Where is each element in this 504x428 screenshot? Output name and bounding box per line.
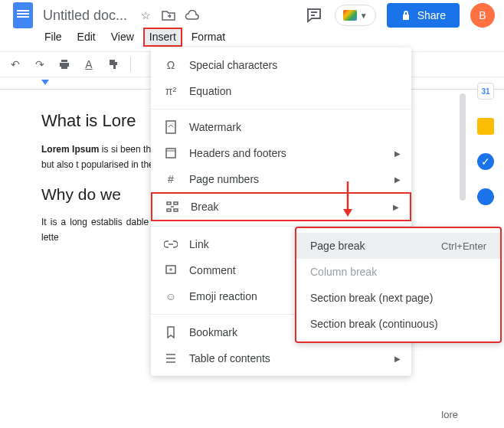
shortcut-label: Ctrl+Enter	[441, 240, 486, 252]
menu-insert[interactable]: Insert	[143, 28, 182, 47]
tasks-icon[interactable]: ✓	[477, 153, 494, 170]
keep-icon[interactable]	[477, 118, 494, 135]
menu-item-equation[interactable]: π² Equation	[151, 78, 411, 104]
scroll-thumb[interactable]	[460, 93, 466, 201]
toc-icon	[163, 351, 178, 366]
svg-rect-0	[166, 121, 175, 133]
share-button[interactable]: Share	[387, 3, 460, 28]
emoji-icon: ☺	[163, 289, 178, 304]
submenu-column-break: Column break	[296, 259, 500, 285]
paint-format-icon[interactable]	[106, 57, 121, 72]
redo-icon[interactable]: ↷	[32, 57, 47, 72]
submenu-section-continuous[interactable]: Section break (continuous)	[296, 311, 500, 337]
headers-icon	[163, 145, 178, 161]
pi-icon: π²	[163, 83, 178, 99]
menu-item-special-characters[interactable]: Ω Special characters	[151, 52, 411, 78]
menu-item-headers-footers[interactable]: Headers and footers ▶	[151, 140, 411, 166]
chevron-right-icon: ▶	[394, 175, 401, 184]
menu-edit[interactable]: Edit	[71, 28, 102, 47]
move-icon[interactable]	[161, 8, 176, 23]
share-label: Share	[417, 9, 446, 21]
svg-rect-1	[166, 149, 175, 158]
break-icon	[165, 199, 180, 214]
calendar-icon[interactable]: 31	[477, 83, 494, 100]
submenu-section-next-page[interactable]: Section break (next page)	[296, 285, 500, 311]
omega-icon: Ω	[163, 57, 178, 73]
menu-view[interactable]: View	[105, 28, 140, 47]
side-panel: 31 ✓	[472, 83, 499, 205]
contacts-icon[interactable]	[477, 188, 494, 205]
chevron-right-icon: ▶	[393, 203, 399, 211]
bookmark-icon	[163, 325, 178, 340]
cloud-status-icon[interactable]	[184, 8, 199, 23]
submenu-page-break[interactable]: Page break Ctrl+Enter	[296, 233, 500, 259]
explore-button[interactable]: lore	[441, 409, 458, 420]
break-submenu: Page break Ctrl+Enter Column break Secti…	[295, 227, 502, 343]
chevron-right-icon: ▶	[394, 149, 401, 158]
menu-format[interactable]: Format	[185, 28, 231, 47]
menu-item-table-of-contents[interactable]: Table of contents ▶	[151, 345, 411, 371]
link-icon	[163, 237, 178, 252]
menu-item-watermark[interactable]: Watermark	[151, 114, 411, 140]
star-icon[interactable]: ☆	[138, 8, 153, 23]
annotation-arrow	[341, 180, 355, 218]
document-title[interactable]: Untitled doc...	[43, 8, 127, 24]
menu-item-break[interactable]: Break ▶	[151, 192, 411, 221]
meet-button[interactable]: ▼	[335, 5, 376, 26]
chevron-right-icon: ▶	[394, 354, 401, 363]
menu-file[interactable]: File	[38, 28, 68, 47]
undo-icon[interactable]: ↶	[8, 57, 23, 72]
watermark-icon	[163, 119, 178, 135]
menu-item-page-numbers[interactable]: # Page numbers ▶	[151, 166, 411, 192]
print-icon[interactable]	[57, 57, 72, 72]
docs-logo[interactable]	[9, 2, 37, 29]
spellcheck-icon[interactable]: A	[81, 57, 97, 72]
hash-icon: #	[163, 172, 178, 187]
comment-history-icon[interactable]	[304, 5, 324, 25]
lock-icon	[401, 10, 411, 21]
account-avatar[interactable]: B	[470, 3, 495, 28]
comment-icon	[163, 263, 178, 278]
